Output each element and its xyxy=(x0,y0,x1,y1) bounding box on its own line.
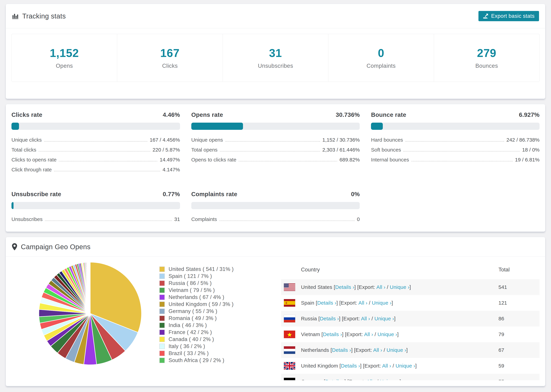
export-unique-link[interactable]: Unique › xyxy=(396,363,415,369)
legend-item-russia[interactable]: Russia ( 86 / 5% ) xyxy=(159,280,281,287)
legend-item-united-kingdom[interactable]: United Kingdom ( 59 / 3% ) xyxy=(159,301,281,308)
export-unique-link[interactable]: Unique › xyxy=(372,300,391,306)
rate-percentage: 6.927% xyxy=(519,111,540,118)
total-cell: 86 xyxy=(498,316,540,322)
legend-item-brazil[interactable]: Brazil ( 33 / 2% ) xyxy=(159,350,281,357)
legend-swatch xyxy=(159,294,165,300)
legend-label: Russia ( 86 / 5% ) xyxy=(169,280,212,286)
export-unique-link[interactable]: Unique › xyxy=(380,379,400,380)
details-link[interactable]: Details › xyxy=(325,379,345,380)
export-unique-link[interactable]: Unique › xyxy=(387,347,406,353)
details-link[interactable]: Details › xyxy=(323,331,342,337)
legend-label: Spain ( 121 / 7% ) xyxy=(169,273,212,279)
metric-row-clicks-to-opens-rate: Clicks to opens rate 14.497% xyxy=(11,157,180,167)
export-all-link[interactable]: All › xyxy=(382,363,391,369)
export-all-link[interactable]: All › xyxy=(361,316,370,321)
metric-value: 0 xyxy=(357,216,360,222)
dotted-leader xyxy=(220,151,320,152)
legend-swatch xyxy=(159,351,165,356)
metric-row-complaints: Complaints 0 xyxy=(191,216,360,226)
progress-bar-fill xyxy=(11,123,19,130)
rate-metric-rows: Unique clicks 167 / 4.456% Total clicks … xyxy=(11,137,180,177)
legend-item-france[interactable]: France ( 42 / 2% ) xyxy=(159,329,281,336)
metric-label: Opens to clicks rate xyxy=(191,157,236,163)
country-cell: United Kingdom [Details ›] [Export: All … xyxy=(301,363,498,369)
details-link[interactable]: Details › xyxy=(317,300,336,306)
details-link[interactable]: Details › xyxy=(335,284,354,290)
country-name: Spain xyxy=(301,300,314,306)
rate-head: Unsubscribe rate 0.77% xyxy=(11,191,180,197)
legend-item-romania[interactable]: Romania ( 49 / 3% ) xyxy=(159,315,281,322)
export-icon xyxy=(483,13,488,19)
legend-swatch xyxy=(159,358,165,363)
rate-title: Clicks rate xyxy=(11,111,42,118)
legend-item-india[interactable]: India ( 46 / 3% ) xyxy=(159,322,281,329)
geo-table-row-de: Germany [Details ›] [Export: All › / Uni… xyxy=(281,374,540,380)
details-link[interactable]: Details › xyxy=(332,347,351,353)
dotted-leader xyxy=(403,151,520,152)
total-column-header: Total xyxy=(498,267,540,273)
map-pin-icon xyxy=(12,243,17,250)
rate-section-complaints: Complaints rate 0% Complaints 0 xyxy=(191,191,360,226)
country-cell: Spain [Details ›] [Export: All › / Uniqu… xyxy=(301,300,498,306)
legend-swatch xyxy=(159,343,165,349)
metric-row-unsubscribes: Unsubscribes 31 xyxy=(11,216,180,226)
export-unique-link[interactable]: Unique › xyxy=(374,316,394,321)
progress-bar-fill xyxy=(371,123,383,130)
country-cell: Germany [Details ›] [Export: All › / Uni… xyxy=(301,379,498,380)
total-cell: 59 xyxy=(498,363,540,369)
stat-value: 279 xyxy=(477,47,496,60)
geo-table-row-es: Spain [Details ›] [Export: All › / Uniqu… xyxy=(281,295,540,311)
export-all-link[interactable]: All › xyxy=(364,331,373,337)
export-all-link[interactable]: All › xyxy=(367,379,376,380)
export-basic-stats-button[interactable]: Export basic stats xyxy=(479,11,539,21)
dotted-leader xyxy=(54,171,160,171)
export-all-link[interactable]: All › xyxy=(359,300,367,306)
legend-label: India ( 46 / 3% ) xyxy=(169,322,207,328)
legend-item-spain[interactable]: Spain ( 121 / 7% ) xyxy=(159,273,281,280)
details-link[interactable]: Details › xyxy=(341,363,360,369)
export-unique-link[interactable]: Unique › xyxy=(377,331,397,337)
stat-label: Bounces xyxy=(475,63,498,69)
export-prefix: Export: xyxy=(349,379,365,380)
export-prefix: Export: xyxy=(365,363,381,369)
export-all-link[interactable]: All › xyxy=(376,284,386,290)
progress-bar-track xyxy=(11,123,180,130)
export-all-link[interactable]: All › xyxy=(373,347,382,353)
geo-title: Campaign Geo Opens xyxy=(21,243,91,251)
legend-item-germany[interactable]: Germany ( 55 / 3% ) xyxy=(159,308,281,315)
stat-box-bounces: 279 Bounces xyxy=(434,34,539,82)
metric-label: Soft bounces xyxy=(371,147,401,153)
stat-label: Opens xyxy=(56,63,73,69)
legend-item-italy[interactable]: Italy ( 36 / 2% ) xyxy=(159,343,281,350)
dotted-leader xyxy=(239,161,337,161)
country-name: Russia xyxy=(301,316,317,321)
metric-value: 4.147% xyxy=(162,167,180,173)
rates-grid: Clicks rate 4.46% Unique clicks 167 / 4.… xyxy=(6,104,545,226)
legend-item-united-states[interactable]: United States ( 541 / 31% ) xyxy=(159,266,281,273)
rate-percentage: 30.736% xyxy=(336,111,360,118)
geo-opens-pie-chart[interactable] xyxy=(37,260,143,366)
export-unique-link[interactable]: Unique › xyxy=(390,284,410,290)
stat-value: 167 xyxy=(160,47,179,60)
legend-item-netherlands[interactable]: Netherlands ( 67 / 4% ) xyxy=(159,294,281,301)
progress-bar-fill xyxy=(191,123,243,130)
legend-label: South Africa ( 29 / 2% ) xyxy=(169,357,224,364)
metric-label: Unique clicks xyxy=(11,137,42,143)
legend-item-south-africa[interactable]: South Africa ( 29 / 2% ) xyxy=(159,357,281,364)
legend-item-vietnam[interactable]: Vietnam ( 79 / 5% ) xyxy=(159,287,281,294)
flag-de xyxy=(284,378,295,380)
legend-item-canada[interactable]: Canada ( 40 / 2% ) xyxy=(159,336,281,343)
metric-row-internal-bounces: Internal bounces 19 / 6.81% xyxy=(371,157,540,167)
geo-table-row-nl: Netherlands [Details ›] [Export: All › /… xyxy=(281,342,540,358)
metric-row-opens-to-clicks-rate: Opens to clicks rate 689.82% xyxy=(191,157,360,167)
tracking-stats-card: Tracking stats Export basic stats 1,152 … xyxy=(6,4,545,99)
stat-label: Complaints xyxy=(367,63,396,69)
country-cell: Netherlands [Details ›] [Export: All › /… xyxy=(301,347,498,353)
rate-head: Complaints rate 0% xyxy=(191,191,360,197)
legend-swatch xyxy=(159,308,165,314)
metric-label: Unsubscribes xyxy=(11,216,42,222)
progress-bar-fill xyxy=(11,202,14,209)
details-link[interactable]: Details › xyxy=(320,316,339,321)
export-prefix: Export: xyxy=(355,347,372,353)
